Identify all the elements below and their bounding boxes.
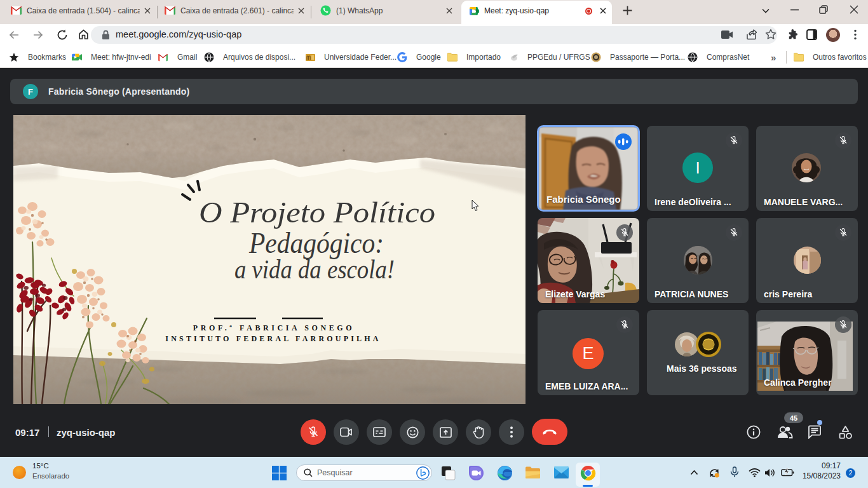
svg-text:a vida da escola!: a vida da escola! [234, 255, 395, 284]
svg-text:O Projeto Político: O Projeto Político [199, 196, 435, 229]
svg-text:INSTITUTO FEDERAL FARROUPILHA: INSTITUTO FEDERAL FARROUPILHA [165, 334, 381, 343]
svg-text:PROF.ª FABRICIA SONEGO: PROF.ª FABRICIA SONEGO [193, 323, 355, 332]
